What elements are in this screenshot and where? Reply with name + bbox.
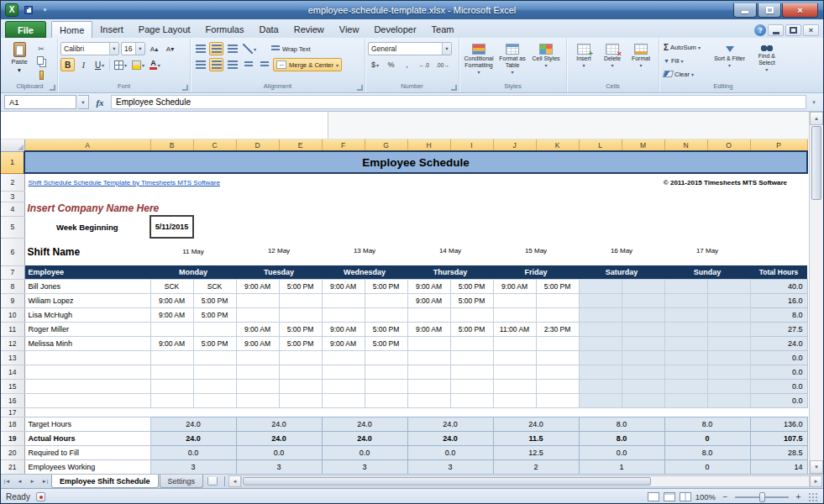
time-cell[interactable]: 9:00 AM bbox=[407, 322, 450, 336]
employee-name-cell[interactable]: Roger Miller bbox=[24, 322, 150, 336]
total-hours-cell[interactable]: 24.0 bbox=[750, 336, 807, 350]
employee-name-cell[interactable]: Melissa Minh bbox=[24, 336, 150, 350]
time-cell[interactable] bbox=[193, 322, 236, 336]
time-cell[interactable] bbox=[536, 365, 579, 379]
increase-indent-icon[interactable] bbox=[257, 58, 271, 71]
time-cell[interactable] bbox=[579, 322, 622, 336]
summary-label[interactable]: Target Hours bbox=[24, 417, 150, 431]
decrease-indent-icon[interactable] bbox=[241, 58, 255, 71]
row-header-20[interactable]: 20 bbox=[1, 445, 24, 459]
font-color-icon[interactable]: A▾ bbox=[148, 58, 162, 71]
clipboard-dialog-launcher[interactable] bbox=[50, 85, 55, 91]
align-top-icon[interactable] bbox=[193, 42, 207, 55]
time-cell[interactable] bbox=[579, 379, 622, 393]
ribbon-tab-file[interactable]: File bbox=[5, 21, 46, 38]
summary-value[interactable]: 0.0 bbox=[150, 445, 236, 459]
increase-decimal-icon[interactable]: ←.0 bbox=[416, 58, 433, 71]
resize-grip[interactable] bbox=[808, 492, 818, 502]
time-cell[interactable] bbox=[450, 307, 493, 322]
empty-cell[interactable] bbox=[193, 216, 807, 238]
day-header-thursday[interactable]: Thursday bbox=[407, 265, 493, 279]
time-cell[interactable]: 9:00 AM bbox=[236, 336, 279, 350]
empty-cell[interactable] bbox=[24, 407, 807, 417]
time-cell[interactable] bbox=[622, 322, 664, 336]
time-cell[interactable] bbox=[365, 350, 407, 365]
copy-icon[interactable] bbox=[34, 55, 49, 68]
time-cell[interactable] bbox=[150, 379, 193, 393]
column-header-l[interactable]: L bbox=[579, 139, 622, 151]
column-header-j[interactable]: J bbox=[493, 139, 536, 151]
time-cell[interactable] bbox=[579, 279, 622, 293]
time-cell[interactable] bbox=[236, 379, 279, 393]
ribbon-tab-review[interactable]: Review bbox=[286, 21, 332, 38]
row-header-11[interactable]: 11 bbox=[1, 322, 24, 336]
ribbon-tab-formulas[interactable]: Formulas bbox=[198, 21, 252, 38]
total-hours-header[interactable]: Total Hours bbox=[750, 265, 807, 279]
time-cell[interactable] bbox=[322, 365, 365, 379]
summary-value[interactable]: 3 bbox=[322, 459, 407, 474]
date-label-1[interactable]: 11 May bbox=[150, 238, 236, 265]
employee-name-cell[interactable] bbox=[24, 365, 150, 379]
sheet-tab-employee-shift-schedule[interactable]: Employee Shift Schedule bbox=[51, 475, 159, 488]
zoom-slider[interactable] bbox=[735, 496, 789, 498]
time-cell[interactable] bbox=[622, 350, 664, 365]
horizontal-scroll-track[interactable] bbox=[241, 475, 810, 487]
insert-button[interactable]: +Insert▾ bbox=[569, 40, 598, 81]
select-all-corner[interactable] bbox=[1, 139, 24, 151]
time-cell[interactable] bbox=[536, 350, 579, 365]
employee-name-cell[interactable]: Wiliam Lopez bbox=[24, 293, 150, 307]
time-cell[interactable] bbox=[579, 293, 622, 307]
time-cell[interactable] bbox=[622, 336, 664, 350]
time-cell[interactable] bbox=[365, 379, 407, 393]
week-beginning-label[interactable]: Week Beginning bbox=[24, 216, 150, 238]
time-cell[interactable] bbox=[536, 307, 579, 322]
date-label-7[interactable]: 17 May bbox=[664, 238, 750, 265]
previous-sheet-icon[interactable]: ◄ bbox=[13, 475, 26, 488]
align-center-icon[interactable] bbox=[209, 58, 223, 71]
name-box[interactable]: A1 bbox=[4, 95, 76, 109]
day-header-tuesday[interactable]: Tuesday bbox=[236, 265, 322, 279]
time-cell[interactable] bbox=[236, 393, 279, 407]
time-cell[interactable] bbox=[365, 393, 407, 407]
time-cell[interactable] bbox=[322, 393, 365, 407]
time-cell[interactable] bbox=[407, 350, 450, 365]
day-header-saturday[interactable]: Saturday bbox=[579, 265, 664, 279]
bold-icon[interactable]: B bbox=[60, 58, 75, 71]
ribbon-tab-insert[interactable]: Insert bbox=[92, 21, 131, 38]
merge-center-button[interactable]: ↔ Merge & Center ▾ bbox=[273, 58, 342, 71]
alignment-dialog-launcher[interactable] bbox=[357, 85, 363, 91]
time-cell[interactable]: 9:00 AM bbox=[407, 279, 450, 293]
summary-value[interactable]: 11.5 bbox=[493, 431, 579, 445]
align-bottom-icon[interactable] bbox=[225, 42, 239, 55]
scroll-down-icon[interactable]: ▼ bbox=[810, 460, 823, 474]
ribbon-tab-developer[interactable]: Developer bbox=[366, 21, 423, 38]
row-header-6[interactable]: 6 bbox=[1, 238, 24, 265]
time-cell[interactable] bbox=[707, 393, 750, 407]
column-header-d[interactable]: D bbox=[236, 139, 279, 151]
time-cell[interactable] bbox=[450, 365, 493, 379]
date-label-3[interactable]: 13 May bbox=[322, 238, 407, 265]
shrink-font-icon[interactable]: A▾ bbox=[163, 42, 177, 55]
sheet-tab-settings[interactable]: Settings bbox=[160, 475, 204, 488]
grow-font-icon[interactable]: A▴ bbox=[147, 42, 161, 55]
insert-function-icon[interactable]: fx bbox=[91, 97, 109, 108]
horizontal-scroll-thumb[interactable] bbox=[243, 477, 651, 486]
time-cell[interactable] bbox=[279, 293, 322, 307]
page-layout-view-icon[interactable] bbox=[664, 492, 675, 501]
date-label-4[interactable]: 14 May bbox=[407, 238, 493, 265]
vertical-scroll-thumb[interactable] bbox=[811, 126, 821, 200]
summary-value[interactable]: 2 bbox=[493, 459, 579, 474]
zoom-level[interactable]: 100% bbox=[695, 492, 716, 501]
total-hours-cell[interactable]: 40.0 bbox=[750, 279, 807, 293]
record-macro-icon[interactable] bbox=[36, 492, 45, 501]
zoom-out-icon[interactable]: − bbox=[720, 491, 731, 502]
column-header-p[interactable]: P bbox=[750, 139, 807, 151]
summary-total[interactable]: 107.5 bbox=[750, 431, 807, 445]
format-button[interactable]: Format▾ bbox=[627, 40, 655, 81]
time-cell[interactable] bbox=[579, 350, 622, 365]
column-header-e[interactable]: E bbox=[279, 139, 322, 151]
row-header-21[interactable]: 21 bbox=[1, 459, 24, 474]
font-name-select[interactable]: Calibri ▾ bbox=[60, 42, 119, 55]
summary-value[interactable]: 0 bbox=[664, 431, 750, 445]
row-header-14[interactable]: 14 bbox=[1, 365, 24, 379]
